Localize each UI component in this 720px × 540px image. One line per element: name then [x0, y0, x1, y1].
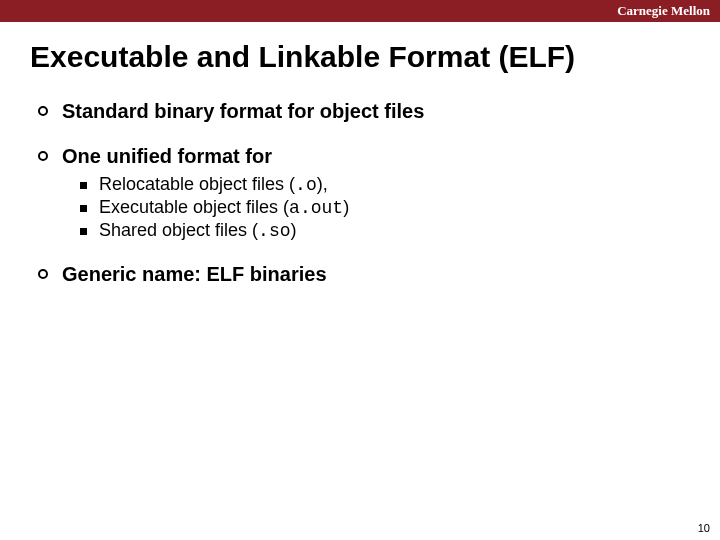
bullet-text: Standard binary format for object files: [62, 100, 424, 123]
bullet-icon: [38, 106, 48, 116]
slide-title: Executable and Linkable Format (ELF): [30, 40, 690, 74]
list-item: One unified format for Relocatable objec…: [38, 145, 690, 241]
page-number: 10: [698, 522, 710, 534]
square-bullet-icon: [80, 182, 87, 189]
brand-label: Carnegie Mellon: [617, 3, 710, 18]
bullet-icon: [38, 151, 48, 161]
sub-list-item: Shared object files (.so): [80, 220, 690, 241]
square-bullet-icon: [80, 228, 87, 235]
main-list: Standard binary format for object files …: [30, 100, 690, 286]
list-item: Generic name: ELF binaries: [38, 263, 690, 286]
bullet-icon: [38, 269, 48, 279]
sub-list: Relocatable object files (.o), Executabl…: [38, 174, 690, 241]
slide-content: Executable and Linkable Format (ELF) Sta…: [0, 22, 720, 286]
sub-list-item: Executable object files (a.out): [80, 197, 690, 218]
list-item: Standard binary format for object files: [38, 100, 690, 123]
bullet-text: Generic name: ELF binaries: [62, 263, 327, 286]
sub-text: Shared object files (.so): [99, 220, 297, 241]
square-bullet-icon: [80, 205, 87, 212]
bullet-text: One unified format for: [62, 145, 272, 168]
sub-text: Executable object files (a.out): [99, 197, 349, 218]
sub-list-item: Relocatable object files (.o),: [80, 174, 690, 195]
sub-text: Relocatable object files (.o),: [99, 174, 328, 195]
header-bar: Carnegie Mellon: [0, 0, 720, 22]
